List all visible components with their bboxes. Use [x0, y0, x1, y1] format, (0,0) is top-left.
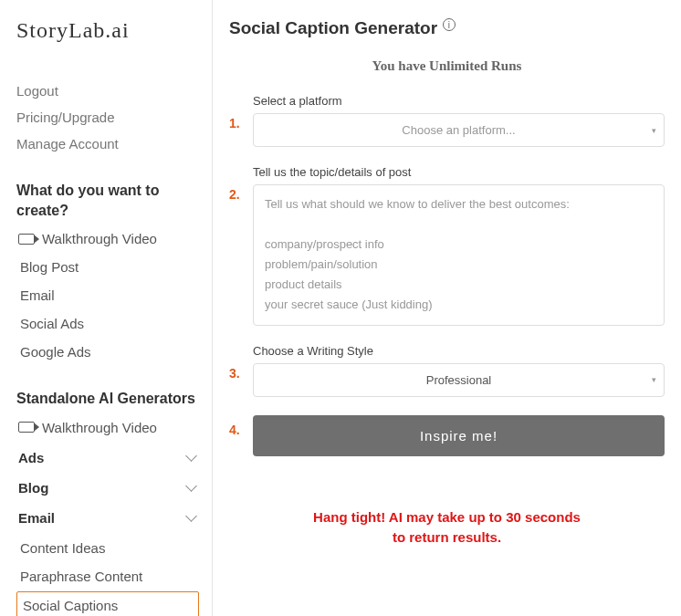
menu-content-ideas[interactable]: Content Ideas: [16, 535, 199, 561]
placeholder-line: Tell us what should we know to deliver t…: [265, 194, 653, 214]
menu-label: Walkthrough Video: [42, 231, 157, 246]
create-social-ads[interactable]: Social Ads: [16, 310, 199, 337]
category-ads[interactable]: Ads: [16, 443, 199, 473]
main-content: Social Caption Generator i You have Unli…: [213, 0, 681, 616]
standalone-walkthrough-video[interactable]: Walkthrough Video: [16, 414, 199, 441]
create-heading: What do you want to create?: [16, 181, 199, 220]
runs-remaining: You have Unlimited Runs: [229, 58, 665, 74]
topic-label: Tell us the topic/details of post: [253, 165, 665, 179]
step-number-1: 1.: [229, 94, 253, 147]
chevron-down-icon: ▾: [652, 126, 656, 135]
video-icon: [18, 422, 35, 433]
logout-link[interactable]: Logout: [16, 78, 199, 104]
wait-message: Hang tight! AI may take up to 30 seconds…: [229, 507, 665, 548]
inspire-button[interactable]: Inspire me!: [253, 415, 665, 456]
page-title: Social Caption Generator: [229, 18, 437, 38]
style-label: Choose a Writing Style: [253, 344, 665, 358]
wait-line-1: Hang tight! AI may take up to 30 seconds: [229, 507, 665, 528]
create-blog-post[interactable]: Blog Post: [16, 254, 199, 280]
style-select[interactable]: Professional ▾: [253, 363, 665, 397]
topic-textarea[interactable]: Tell us what should we know to deliver t…: [253, 184, 665, 326]
create-google-ads[interactable]: Google Ads: [16, 339, 199, 365]
manage-account-link[interactable]: Manage Account: [16, 131, 199, 157]
step-number-2: 2.: [229, 165, 253, 326]
placeholder-line: problem/pain/solution: [265, 255, 653, 275]
standalone-heading: Standalone AI Generators: [16, 389, 199, 409]
placeholder-line: product details: [265, 275, 653, 295]
step-number-4: 4.: [229, 415, 253, 456]
pricing-link[interactable]: Pricing/Upgrade: [16, 104, 199, 131]
category-label: Ads: [18, 450, 44, 465]
menu-paraphrase-content[interactable]: Paraphrase Content: [16, 563, 199, 590]
category-blog[interactable]: Blog: [16, 473, 199, 503]
create-email[interactable]: Email: [16, 282, 199, 308]
info-icon[interactable]: i: [443, 18, 456, 31]
chevron-down-icon: [186, 512, 197, 523]
category-email[interactable]: Email: [16, 503, 199, 533]
category-label: Email: [18, 510, 55, 526]
chevron-down-icon: [186, 482, 197, 493]
category-label: Blog: [18, 480, 48, 496]
placeholder-line: company/prospect info: [265, 235, 653, 255]
menu-social-captions[interactable]: Social Captions: [16, 591, 199, 616]
video-icon: [18, 234, 35, 245]
wait-line-2: to return results.: [229, 527, 665, 548]
placeholder-line: your secret sauce (Just kidding): [265, 295, 653, 315]
platform-label: Select a platform: [253, 94, 665, 108]
create-walkthrough-video[interactable]: Walkthrough Video: [16, 225, 199, 252]
menu-label: Walkthrough Video: [42, 420, 157, 435]
style-value: Professional: [426, 373, 492, 387]
platform-placeholder: Choose an platform...: [402, 123, 515, 137]
chevron-down-icon: ▾: [652, 375, 656, 384]
platform-select[interactable]: Choose an platform... ▾: [253, 113, 665, 147]
chevron-down-icon: [186, 452, 197, 463]
brand-logo: StoryLab.ai: [16, 18, 199, 43]
sidebar: StoryLab.ai Logout Pricing/Upgrade Manag…: [0, 0, 213, 616]
step-number-3: 3.: [229, 344, 253, 397]
